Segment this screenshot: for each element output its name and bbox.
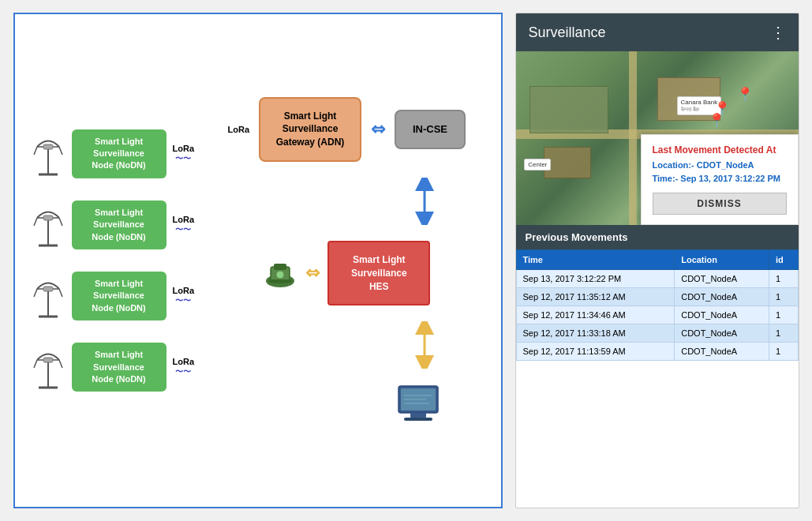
computer-icon-container [228, 384, 466, 424]
blue-arrow-svg [415, 178, 434, 225]
svg-rect-8 [43, 216, 53, 220]
arrow-v-blue-container [228, 178, 466, 225]
computer-icon [395, 384, 442, 424]
street-light-icon-3 [31, 273, 65, 319]
scanner-icon [263, 257, 297, 289]
cell-id: 1 [769, 324, 798, 343]
node-box-1: Smart Light SurveillanceNode (NoDN) [72, 129, 167, 178]
svg-rect-20 [43, 358, 53, 362]
table-row: Sep 12, 2017 11:34:46 AM CDOT_NodeA 1 [516, 306, 798, 324]
map-marker-3: 📍 [708, 112, 725, 129]
svg-rect-34 [404, 418, 432, 421]
svg-rect-29 [268, 279, 292, 283]
hes-row: ⇔ Smart LightSurveillanceHES [263, 241, 430, 305]
yellow-arrow-svg [415, 321, 434, 369]
movements-table-header-row: Time Location id [516, 250, 798, 270]
cell-location: CDOT_NodeA [675, 270, 769, 288]
node-row-1: Smart Light SurveillanceNode (NoDN) LoRa… [31, 129, 212, 178]
cell-location: CDOT_NodeA [675, 306, 769, 324]
phone-menu-icon[interactable]: ⋮ [770, 23, 786, 42]
lora-label-2: LoRa 〜〜 [173, 215, 195, 235]
street-light-icon-2 [31, 202, 65, 248]
phone-title: Surveillance [529, 24, 606, 41]
cell-id: 1 [769, 343, 798, 361]
node-row-4: Smart Light SurveillanceNode (NoDN) LoRa… [31, 343, 212, 392]
cell-location: CDOT_NodeA [675, 324, 769, 343]
in-cse-box: IN-CSE [395, 110, 466, 149]
svg-rect-2 [43, 144, 53, 149]
cell-id: 1 [769, 306, 798, 324]
table-row: Sep 13, 2017 3:12:22 PM CDOT_NodeA 1 [516, 270, 798, 288]
arrow-h-scanner-hes: ⇔ [305, 263, 320, 283]
alert-location: Location:- CDOT_NodeA [653, 159, 787, 173]
cell-time: Sep 12, 2017 11:13:59 AM [516, 343, 675, 361]
svg-rect-27 [274, 264, 286, 270]
arch-layout: LoRa Smart LightSurveillanceGateway (ADN… [228, 97, 466, 425]
cell-id: 1 [769, 270, 798, 288]
cell-time: Sep 12, 2017 11:35:12 AM [516, 288, 675, 306]
map-area: Canara Bankकैनरा बैंक Center 📍 📍 📍 Last … [516, 51, 799, 225]
svg-rect-14 [43, 287, 53, 291]
node-box-2: Smart Light SurveillanceNode (NoDN) [72, 201, 167, 249]
lora-label-1: LoRa 〜〜 [173, 144, 195, 164]
nodes-column: Smart Light SurveillanceNode (NoDN) LoRa… [31, 129, 212, 392]
svg-point-28 [276, 271, 284, 279]
svg-line-11 [59, 218, 62, 226]
col-location: Location [675, 250, 769, 270]
map-road-v [629, 51, 637, 225]
cell-id: 1 [769, 288, 798, 306]
svg-line-16 [34, 289, 37, 297]
svg-line-23 [59, 360, 62, 368]
alert-detail: Location:- CDOT_NodeA Time:- Sep 13, 201… [653, 159, 787, 186]
map-marker-2: 📍 [736, 86, 754, 103]
lora-label-4: LoRa 〜〜 [173, 357, 195, 377]
table-row: Sep 12, 2017 11:35:12 AM CDOT_NodeA 1 [516, 288, 798, 306]
architecture-diagram: Smart Light SurveillanceNode (NoDN) LoRa… [13, 13, 503, 508]
cell-location: CDOT_NodeA [675, 288, 769, 306]
node-row-3: Smart Light SurveillanceNode (NoDN) LoRa… [31, 272, 212, 320]
movements-table-container[interactable]: Time Location id Sep 13, 2017 3:12:22 PM… [516, 249, 799, 508]
gateway-box: Smart LightSurveillanceGateway (ADN) [259, 97, 361, 162]
col-id: id [769, 250, 798, 270]
movements-table-head: Time Location id [516, 250, 798, 270]
arrow-h-gateway-incse: ⇔ [371, 119, 385, 140]
svg-line-4 [34, 147, 37, 155]
lora-label-3: LoRa 〜〜 [173, 286, 195, 306]
movements-table-body: Sep 13, 2017 3:12:22 PM CDOT_NodeA 1 Sep… [516, 270, 798, 361]
cell-time: Sep 12, 2017 11:34:46 AM [516, 306, 675, 324]
mobile-phone-panel: Surveillance ⋮ Canara Bankकैनरा बैंक Cen… [515, 13, 799, 508]
node-box-4: Smart Light SurveillanceNode (NoDN) [72, 343, 167, 392]
map-building-3 [529, 86, 608, 133]
col-time: Time [516, 250, 675, 270]
phone-header: Surveillance ⋮ [516, 13, 799, 51]
cell-location: CDOT_NodeA [675, 343, 769, 361]
svg-line-5 [59, 147, 62, 155]
table-row: Sep 12, 2017 11:13:59 AM CDOT_NodeA 1 [516, 343, 798, 361]
prev-movements-header: Previous Movements [516, 225, 799, 249]
arrow-v-blue [415, 178, 434, 225]
street-light-icon-1 [31, 131, 65, 177]
table-row: Sep 12, 2017 11:33:18 AM CDOT_NodeA 1 [516, 324, 798, 343]
arrow-v-yellow-container [228, 321, 466, 369]
map-building-2 [544, 147, 591, 178]
cell-time: Sep 12, 2017 11:33:18 AM [516, 324, 675, 343]
svg-line-10 [34, 218, 37, 226]
gateway-row: LoRa Smart LightSurveillanceGateway (ADN… [228, 97, 466, 162]
cell-time: Sep 13, 2017 3:12:22 PM [516, 270, 675, 288]
movements-table: Time Location id Sep 13, 2017 3:12:22 PM… [516, 249, 799, 361]
node-row-2: Smart Light SurveillanceNode (NoDN) LoRa… [31, 201, 212, 249]
svg-rect-33 [410, 413, 426, 418]
hes-box: Smart LightSurveillanceHES [327, 241, 430, 305]
node-box-3: Smart Light SurveillanceNode (NoDN) [72, 272, 167, 320]
street-light-icon-4 [31, 344, 65, 390]
dismiss-button[interactable]: DISMISS [653, 193, 787, 215]
alert-title: Last Movement Detected At [653, 144, 787, 156]
svg-line-22 [34, 360, 37, 368]
svg-line-17 [59, 289, 62, 297]
map-label-center: Center [524, 159, 551, 171]
alert-popup: Last Movement Detected At Location:- CDO… [641, 134, 799, 225]
lora-center-label: LoRa [228, 125, 250, 134]
alert-time: Time:- Sep 13, 2017 3:12:22 PM [653, 172, 787, 186]
